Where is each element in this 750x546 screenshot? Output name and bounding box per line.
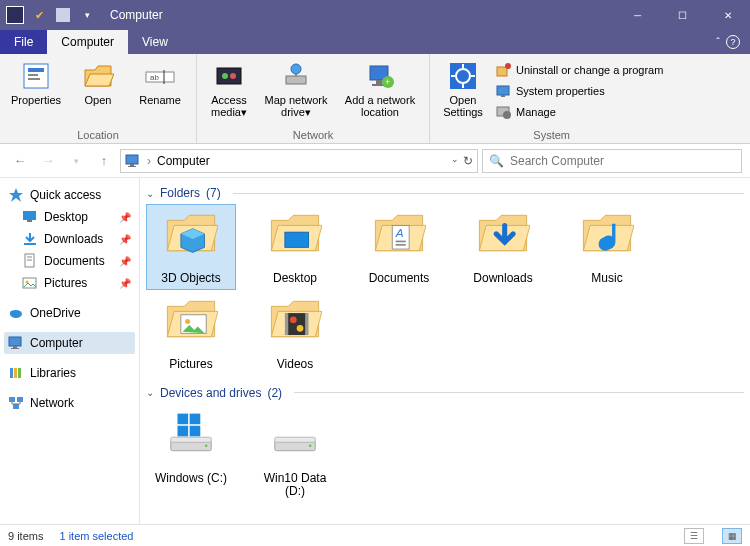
svg-point-60: [599, 237, 613, 251]
svg-rect-52: [13, 404, 19, 409]
folder-icon: [159, 210, 223, 268]
system-properties-button[interactable]: System properties: [494, 81, 665, 101]
minimize-button[interactable]: ─: [615, 0, 660, 30]
folder-item[interactable]: Videos: [250, 290, 340, 376]
refresh-icon[interactable]: ↻: [463, 154, 473, 168]
section-header-drives[interactable]: ⌄ Devices and drives (2): [146, 382, 744, 404]
uninstall-program-button[interactable]: Uninstall or change a program: [494, 60, 665, 80]
svg-rect-59: [396, 244, 406, 246]
tree-onedrive[interactable]: OneDrive: [4, 302, 135, 324]
pin-icon: 📌: [119, 212, 131, 223]
folder-item[interactable]: Pictures: [146, 290, 236, 376]
tree-desktop[interactable]: Desktop📌: [18, 206, 135, 228]
manage-button[interactable]: Manage: [494, 102, 665, 122]
open-settings-button[interactable]: Open Settings: [438, 58, 488, 118]
up-button[interactable]: ↑: [92, 149, 116, 173]
folder-icon: [263, 296, 327, 354]
forward-button[interactable]: →: [36, 149, 60, 173]
svg-rect-32: [128, 166, 136, 167]
tree-pictures[interactable]: Pictures📌: [18, 272, 135, 294]
recent-locations-button[interactable]: ▾: [64, 149, 88, 173]
svg-rect-69: [190, 413, 201, 424]
svg-rect-70: [178, 425, 189, 436]
svg-rect-58: [396, 241, 406, 243]
add-location-label: Add a network location: [339, 94, 421, 118]
rename-button[interactable]: ab Rename: [132, 58, 188, 106]
svg-point-8: [222, 73, 228, 79]
drive-item[interactable]: Windows (C:): [146, 404, 236, 504]
svg-rect-50: [9, 397, 15, 402]
open-button[interactable]: Open: [70, 58, 126, 106]
close-button[interactable]: ✕: [705, 0, 750, 30]
status-selection: 1 item selected: [59, 530, 133, 542]
chevron-down-icon: ⌄: [146, 387, 154, 398]
drive-label: Windows (C:): [155, 472, 227, 486]
tab-file[interactable]: File: [0, 30, 47, 54]
tree-network[interactable]: Network: [4, 392, 135, 414]
back-button[interactable]: ←: [8, 149, 32, 173]
svg-rect-31: [130, 164, 134, 166]
qat-item[interactable]: [52, 4, 74, 26]
svg-rect-36: [24, 243, 36, 245]
svg-rect-30: [126, 155, 138, 164]
svg-point-77: [309, 444, 312, 447]
folder-item[interactable]: Desktop: [250, 204, 340, 290]
maximize-button[interactable]: ☐: [660, 0, 705, 30]
section-header-folders[interactable]: ⌄ Folders (7): [146, 182, 744, 204]
ribbon: Properties Open ab Rename Location Acces…: [0, 54, 750, 144]
folder-label: 3D Objects: [161, 272, 220, 286]
svg-rect-46: [11, 348, 19, 349]
svg-rect-48: [14, 368, 17, 378]
svg-text:ab: ab: [150, 73, 159, 82]
folder-item[interactable]: A Documents: [354, 204, 444, 290]
properties-button[interactable]: Properties: [8, 58, 64, 106]
folder-label: Downloads: [473, 272, 532, 286]
qat-dropdown[interactable]: ▾: [76, 4, 98, 26]
view-details-button[interactable]: ☰: [684, 528, 704, 544]
folder-label: Desktop: [273, 272, 317, 286]
tab-computer[interactable]: Computer: [47, 30, 128, 54]
svg-rect-3: [28, 78, 40, 80]
quick-access-toolbar: ✔ ▾: [0, 4, 102, 26]
drive-item[interactable]: Win10 Data (D:): [250, 404, 340, 504]
view-large-icons-button[interactable]: ▦: [722, 528, 742, 544]
address-dropdown-icon[interactable]: ⌄: [451, 154, 459, 168]
tree-libraries[interactable]: Libraries: [4, 362, 135, 384]
pin-icon: 📌: [119, 278, 131, 289]
add-location-button[interactable]: + Add a network location: [339, 58, 421, 118]
tree-downloads[interactable]: Downloads📌: [18, 228, 135, 250]
folder-item[interactable]: 3D Objects: [146, 204, 236, 290]
search-box[interactable]: 🔍 Search Computer: [482, 149, 742, 173]
svg-rect-73: [171, 437, 212, 442]
svg-rect-34: [23, 211, 36, 220]
svg-rect-35: [27, 220, 32, 222]
access-media-button[interactable]: Access media▾: [205, 58, 253, 118]
app-icon[interactable]: [4, 4, 26, 26]
access-media-label: Access media▾: [205, 94, 253, 118]
svg-point-65: [297, 325, 304, 332]
rename-label: Rename: [139, 94, 181, 106]
help-icon[interactable]: ?: [726, 35, 740, 49]
folder-item[interactable]: Downloads: [458, 204, 548, 290]
tree-documents[interactable]: Documents📌: [18, 250, 135, 272]
qat-checkbox[interactable]: ✔: [28, 4, 50, 26]
properties-label: Properties: [11, 94, 61, 106]
sysprops-label: System properties: [516, 85, 605, 97]
tree-quick-access[interactable]: Quick access: [4, 184, 135, 206]
ribbon-tabs: File Computer View ˆ ?: [0, 30, 750, 54]
svg-rect-51: [17, 397, 23, 402]
map-drive-button[interactable]: Map network drive▾: [259, 58, 333, 118]
drive-icon: [159, 410, 223, 468]
breadcrumb-computer[interactable]: Computer: [157, 154, 210, 168]
search-icon: 🔍: [489, 154, 504, 168]
window-title: Computer: [110, 8, 615, 22]
manage-label: Manage: [516, 106, 556, 118]
folder-icon: [471, 210, 535, 268]
tree-computer[interactable]: Computer: [4, 332, 135, 354]
pin-icon: 📌: [119, 256, 131, 267]
chevron-right-icon: ›: [147, 154, 151, 168]
folder-item[interactable]: Music: [562, 204, 652, 290]
ribbon-collapse-icon[interactable]: ˆ: [716, 36, 720, 48]
address-bar[interactable]: › Computer ⌄ ↻: [120, 149, 478, 173]
tab-view[interactable]: View: [128, 30, 182, 54]
